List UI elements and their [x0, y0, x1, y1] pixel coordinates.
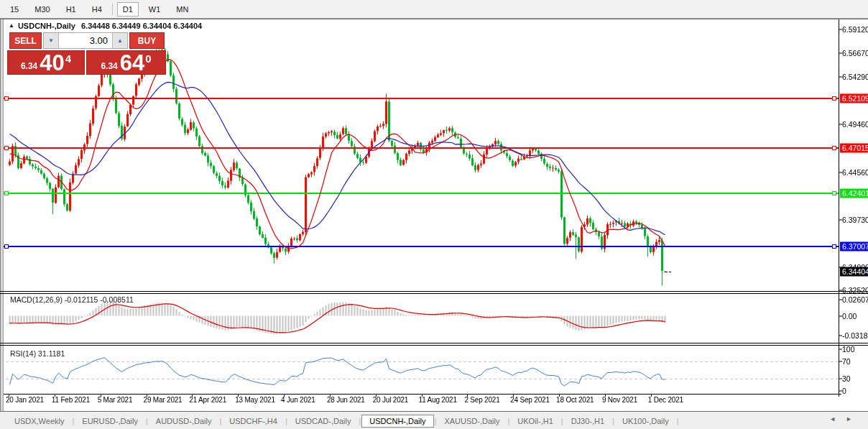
volume-increase-icon[interactable]: ▲ [112, 33, 127, 48]
price-axis-tick: 6.56670 [842, 49, 868, 57]
volume-spinner: ▼ ▲ [43, 32, 128, 49]
timeframe-button-h1[interactable]: H1 [60, 2, 82, 17]
timeframe-button-w1[interactable]: W1 [143, 2, 167, 17]
rsi-indicator-label: RSI(14) 31.1181 [10, 349, 65, 358]
symbol-tab-eurusd[interactable]: EURUSD-,Daily [75, 415, 145, 428]
collapse-panel-icon[interactable]: ▲ [9, 22, 14, 29]
price-axis-tick: 6.59120 [842, 25, 868, 34]
ohlc-values: 6.34448 6.34449 6.34404 6.34404 [81, 22, 202, 30]
date-axis-label: 18 Oct 2021 [556, 396, 594, 404]
hline-price-label: 6.47015 [840, 144, 868, 153]
tab-divider: | [677, 417, 679, 425]
symbol-tab-usdchf[interactable]: USDCHF-,H4 [222, 415, 285, 428]
macd-axis-tick: 0.00 [842, 312, 857, 320]
sell-button[interactable]: SELL [9, 32, 42, 49]
toolbar-group-separator [112, 4, 113, 15]
mt4-window: 15M30H1H4D1W1MN ▲USDCNH-,Daily6.34448 6.… [0, 0, 868, 429]
price-axis-tick: 6.49460 [842, 120, 868, 129]
timeframe-button-h4[interactable]: H4 [86, 2, 108, 17]
one-click-trading-panel: SELL ▼ ▲ BUY 6.34 40 4 6.34 64 0 [7, 32, 167, 75]
trade-prices-row: 6.34 40 4 6.34 64 0 [7, 50, 167, 75]
volume-input[interactable] [59, 33, 112, 48]
date-axis-label: 21 Apr 2021 [189, 396, 226, 404]
timeframe-button-m30[interactable]: M30 [29, 2, 55, 17]
tab-scroll-arrows: ◄► [829, 415, 862, 423]
symbol-tab-usdcad[interactable]: USDCAD-,Daily [288, 415, 359, 428]
hline-price-label: 6.42401 [840, 189, 868, 198]
symbol-period-label: USDCNH-,Daily [18, 22, 75, 30]
symbol-tab-xauusd[interactable]: XAUUSD-,Daily [437, 415, 507, 428]
timeframe-button-mn[interactable]: MN [170, 2, 194, 17]
symbol-tab-dj30[interactable]: DJ30-,H1 [564, 415, 611, 428]
date-axis-label: 1 Dec 2021 [648, 396, 683, 404]
timeframe-button-15[interactable]: 15 [4, 2, 24, 17]
tab-divider: | [359, 417, 361, 425]
symbol-tab-uk100[interactable]: UK100-,Daily [615, 415, 676, 428]
tab-scroll-right-icon[interactable]: ► [846, 415, 862, 423]
date-axis-label: 29 Mar 2021 [144, 396, 183, 404]
tab-divider: | [561, 417, 563, 425]
symbol-tab-audusd[interactable]: AUDUSD-,Daily [149, 415, 219, 428]
rsi-axis-tick: 100 [842, 345, 855, 354]
date-axis-label: 20 Jul 2021 [373, 396, 409, 404]
sell-price-box[interactable]: 6.34 40 4 [7, 50, 85, 75]
tab-divider: | [435, 417, 437, 425]
sell-price-prefix: 6.34 [21, 61, 37, 71]
buy-price-pip: 0 [145, 52, 151, 65]
macd-indicator-label: MACD(12,26,9) -0.012115 -0.008511 [10, 295, 134, 304]
buy-button[interactable]: BUY [129, 32, 165, 49]
timeframe-button-d1[interactable]: D1 [117, 2, 139, 17]
rsi-axis-tick: 0 [842, 387, 846, 395]
tab-divider: | [72, 417, 74, 425]
price-axis-tick: 6.54290 [842, 73, 868, 81]
buy-price-prefix: 6.34 [101, 61, 117, 71]
date-axis-label: 13 May 2021 [235, 396, 275, 404]
date-axis-label: 4 Jun 2021 [281, 396, 315, 404]
tab-divider: | [285, 417, 287, 425]
price-axis-tick: 6.44560 [842, 168, 868, 177]
date-axis-label: 5 Mar 2021 [98, 396, 133, 404]
current-price-label: 6.34404 [840, 267, 868, 277]
buy-price-box[interactable]: 6.34 64 0 [86, 50, 166, 75]
macd-axis-tick: 0.02607 [842, 295, 868, 304]
date-axis-label: 9 Nov 2021 [602, 396, 637, 404]
volume-decrease-icon[interactable]: ▼ [44, 33, 59, 48]
macd-axis-tick: -0.03187 [842, 331, 868, 340]
tab-divider: | [507, 417, 509, 425]
tab-divider: | [219, 417, 221, 425]
symbol-tab-usdx[interactable]: USDX,Weekly [7, 415, 71, 428]
date-axis-label: 20 Jan 2021 [6, 396, 44, 404]
rsi-axis-tick: 70 [842, 357, 851, 366]
symbol-tab-ukoil[interactable]: UKOil-,H1 [510, 415, 560, 428]
hline-price-label: 6.52109 [840, 93, 868, 103]
date-axis-label: 11 Aug 2021 [419, 396, 457, 404]
date-axis-label: 2 Sep 2021 [464, 396, 499, 404]
tab-scroll-left-icon[interactable]: ◄ [829, 415, 846, 423]
date-axis-label: 24 Sep 2021 [510, 396, 550, 404]
rsi-axis-tick: 30 [842, 374, 851, 383]
symbol-tab-bar: USDX,Weekly|EURUSD-,Daily|AUDUSD-,Daily|… [0, 411, 868, 429]
date-axis-label: 28 Jun 2021 [327, 396, 365, 404]
symbol-tab-usdcnh[interactable]: USDCNH-,Daily [361, 415, 433, 428]
price-axis-tick: 6.32520 [842, 286, 868, 295]
buy-price-big: 64 [120, 52, 144, 74]
tab-divider: | [612, 417, 614, 425]
sell-price-big: 40 [40, 52, 64, 74]
trade-controls-row: SELL ▼ ▲ BUY [7, 32, 167, 49]
timeframe-toolbar: 15M30H1H4D1W1MN [0, 0, 868, 19]
chart-title: ▲USDCNH-,Daily6.34448 6.34449 6.34404 6.… [9, 22, 202, 30]
price-axis-tick: 6.39730 [842, 216, 868, 224]
sell-price-pip: 4 [65, 52, 71, 65]
tab-divider: | [146, 417, 148, 425]
hline-price-label: 6.37007 [840, 241, 868, 251]
date-axis-label: 11 Feb 2021 [52, 396, 90, 404]
